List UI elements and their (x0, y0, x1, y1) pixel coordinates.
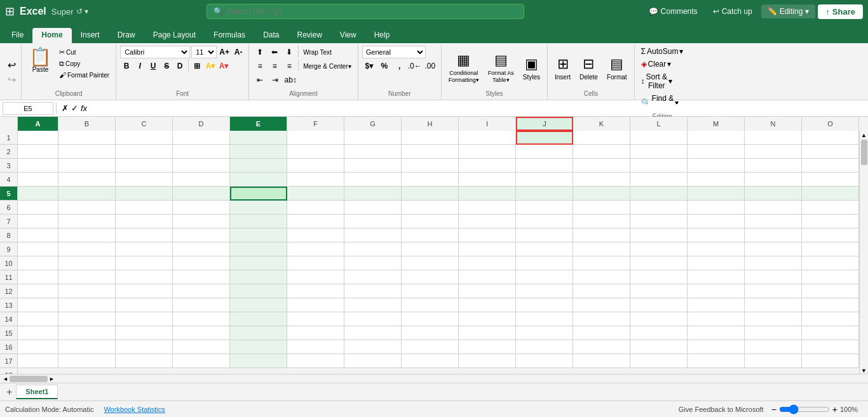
tab-page-layout[interactable]: Page Layout (144, 28, 205, 43)
italic-button[interactable]: I (133, 60, 146, 72)
cell-k2[interactable] (573, 145, 630, 159)
cell-j4[interactable] (516, 173, 573, 187)
cell-f3[interactable] (287, 159, 344, 173)
font-name-select[interactable]: Calibri Arial Times New Roman (120, 46, 190, 58)
cell-k3[interactable] (573, 159, 630, 173)
cell-o4[interactable] (802, 173, 859, 187)
cell-n5[interactable] (745, 187, 802, 201)
underline-button[interactable]: U (147, 60, 159, 72)
cell-d1[interactable] (173, 131, 230, 145)
cell-g3[interactable] (344, 159, 402, 173)
scroll-down-button[interactable]: ▼ (861, 367, 867, 374)
col-header-j[interactable]: J (516, 117, 573, 131)
row-header-3[interactable]: 3 (0, 159, 17, 173)
cell-o2[interactable] (802, 145, 859, 159)
cell-g2[interactable] (344, 145, 402, 159)
row-header-11[interactable]: 11 (0, 270, 17, 284)
editing-button[interactable]: ✏️ Editing ▾ (761, 4, 816, 18)
tab-insert[interactable]: Insert (72, 28, 109, 43)
cell-h4[interactable] (402, 173, 459, 187)
cell-b5[interactable] (58, 187, 116, 201)
format-button[interactable]: ▤ Format (604, 52, 630, 84)
cell-e5[interactable] (230, 187, 287, 201)
cell-l3[interactable] (630, 159, 688, 173)
scroll-up-button[interactable]: ▲ (861, 132, 867, 138)
scroll-right-button[interactable]: ► (49, 376, 55, 382)
col-header-n[interactable]: N (745, 117, 802, 131)
cell-o1[interactable] (802, 131, 859, 145)
redo-button[interactable]: ↪ (5, 72, 18, 87)
h-scroll-thumb[interactable] (10, 376, 48, 382)
row-header-9[interactable]: 9 (0, 242, 17, 256)
row-header-18[interactable]: 18 (0, 368, 17, 374)
decrease-indent-button[interactable]: ⇤ (253, 74, 267, 86)
cell-m3[interactable] (688, 159, 745, 173)
orientation-button[interactable]: ab↕ (283, 74, 297, 86)
cell-c3[interactable] (116, 159, 173, 173)
cell-o3[interactable] (802, 159, 859, 173)
wrap-text-button[interactable]: Wrap Text (301, 46, 334, 58)
grid-icon[interactable]: ⊞ (5, 4, 15, 18)
cell-h5[interactable] (402, 187, 459, 201)
autosum-button[interactable]: Σ AutoSum ▾ (639, 46, 686, 57)
feedback-link[interactable]: Give Feedback to Microsoft (679, 406, 764, 413)
percent-button[interactable]: % (377, 60, 391, 72)
cell-b2[interactable] (58, 145, 116, 159)
corner-cell[interactable] (0, 117, 18, 131)
scroll-thumb[interactable] (861, 140, 867, 165)
cell-reference-box[interactable] (3, 102, 53, 115)
sheet-tab-sheet1[interactable]: Sheet1 (16, 385, 58, 399)
cut-button[interactable]: ✂ Cut (57, 47, 112, 58)
cell-k5[interactable] (573, 187, 630, 201)
comma-button[interactable]: , (393, 60, 407, 72)
fill-color-button[interactable]: A▾ (204, 60, 217, 72)
cell-styles-button[interactable]: ▣ Styles (520, 52, 543, 84)
bottom-align-button[interactable]: ⬇ (282, 46, 296, 58)
cell-c2[interactable] (116, 145, 173, 159)
increase-font-button[interactable]: A+ (218, 46, 231, 58)
row-header-17[interactable]: 17 (0, 354, 17, 368)
paste-button[interactable]: 📋 Paste (25, 47, 55, 74)
cell-a2[interactable] (18, 145, 58, 159)
sort-filter-button[interactable]: ↕ Sort &Filter ▾ (639, 71, 675, 91)
cell-k1[interactable] (573, 131, 630, 145)
undo-button[interactable]: ↩ (5, 58, 18, 72)
col-header-d[interactable]: D (173, 117, 230, 131)
zoom-in-button[interactable]: + (832, 404, 837, 414)
row-header-1[interactable]: 1 (0, 131, 17, 145)
search-input[interactable] (227, 7, 517, 16)
cell-n2[interactable] (745, 145, 802, 159)
row-header-6[interactable]: 6 (0, 201, 17, 215)
font-color-button[interactable]: A▾ (217, 60, 230, 72)
border-button[interactable]: ⊞ (191, 60, 203, 72)
conditional-formatting-button[interactable]: ▦ ConditionalFormatting▾ (445, 50, 482, 86)
cell-d3[interactable] (173, 159, 230, 173)
strikethrough-button[interactable]: S (160, 60, 173, 72)
zoom-out-button[interactable]: − (771, 404, 776, 414)
cell-n1[interactable] (745, 131, 802, 145)
workbook-statistics[interactable]: Workbook Statistics (104, 406, 165, 413)
tab-view[interactable]: View (331, 28, 365, 43)
row-header-16[interactable]: 16 (0, 340, 17, 354)
cell-k4[interactable] (573, 173, 630, 187)
cell-g1[interactable] (344, 131, 402, 145)
tab-formulas[interactable]: Formulas (205, 28, 254, 43)
col-header-b[interactable]: B (58, 117, 116, 131)
cell-a6[interactable] (18, 201, 58, 215)
col-header-h[interactable]: H (402, 117, 459, 131)
cell-i5[interactable] (459, 187, 516, 201)
cell-b1[interactable] (58, 131, 116, 145)
search-box[interactable]: 🔍 (207, 4, 524, 19)
catchup-button[interactable]: ↩ Catch up (707, 4, 759, 18)
comments-button[interactable]: 💬 Comments (642, 4, 704, 18)
cell-e3[interactable] (230, 159, 287, 173)
add-sheet-button[interactable]: + (3, 387, 16, 398)
cell-c5[interactable] (116, 187, 173, 201)
cell-j5[interactable] (516, 187, 573, 201)
cell-i4[interactable] (459, 173, 516, 187)
tab-review[interactable]: Review (288, 28, 330, 43)
cell-c4[interactable] (116, 173, 173, 187)
format-as-table-button[interactable]: ▤ Format AsTable▾ (485, 50, 517, 86)
col-header-m[interactable]: M (688, 117, 745, 131)
cell-m1[interactable] (688, 131, 745, 145)
